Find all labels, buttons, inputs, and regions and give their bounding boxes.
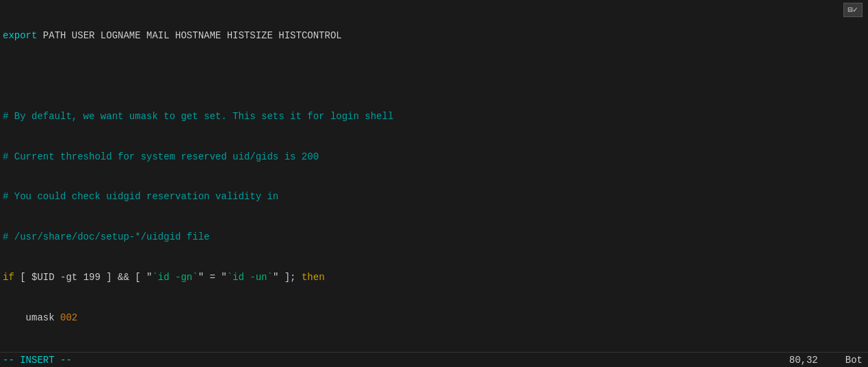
- line-7: if [ $UID -gt 199 ] && [ "`id -gn`" = "`…: [3, 271, 868, 285]
- status-mode: -- INSERT --: [0, 355, 789, 366]
- line-3: # By default, we want umask to get set. …: [3, 110, 868, 124]
- line-4: # Current threshold for system reserved …: [3, 151, 868, 164]
- window-control-button[interactable]: ⊟✓: [843, 3, 863, 17]
- scroll-position: Bot: [845, 355, 863, 366]
- line-2: [3, 70, 868, 84]
- line-1: export PATH USER LOGNAME MAIL HOSTNAME H…: [3, 29, 868, 43]
- code-area: export PATH USER LOGNAME MAIL HOSTNAME H…: [0, 0, 868, 367]
- top-right-controls: ⊟✓: [843, 3, 863, 17]
- line-6: # /usr/share/doc/setup-*/uidgid file: [3, 231, 868, 244]
- statusbar: -- INSERT -- 80,32 Bot: [0, 352, 868, 367]
- line-8: umask 002: [3, 312, 868, 325]
- status-right: 80,32 Bot: [789, 355, 868, 366]
- editor: ⊟✓ export PATH USER LOGNAME MAIL HOSTNAM…: [0, 0, 868, 367]
- cursor-position: 80,32: [789, 355, 818, 366]
- line-5: # You could check uidgid reservation val…: [3, 190, 868, 204]
